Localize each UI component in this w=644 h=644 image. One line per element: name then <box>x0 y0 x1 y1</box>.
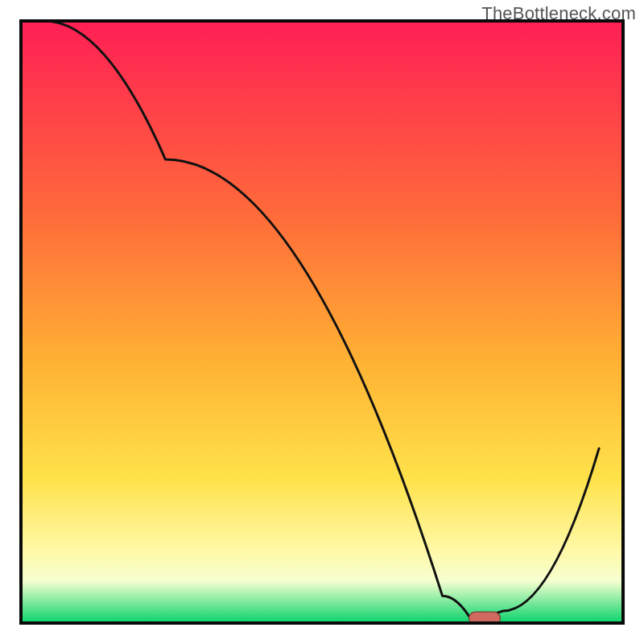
gradient-background <box>21 21 623 623</box>
watermark-label: TheBottleneck.com <box>481 3 636 24</box>
chart-stage: TheBottleneck.com <box>0 0 644 644</box>
chart-svg <box>0 0 644 644</box>
